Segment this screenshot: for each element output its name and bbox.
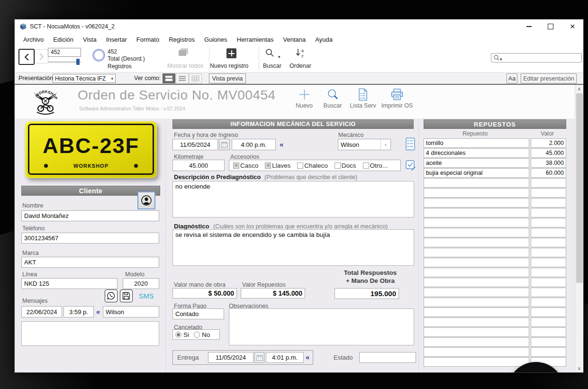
record-number-input[interactable]: 452: [48, 48, 81, 57]
part-name-field[interactable]: [424, 308, 529, 317]
menu-registros[interactable]: Registros: [164, 36, 199, 43]
save-message-button[interactable]: [120, 289, 133, 302]
found-set-pie-icon[interactable]: [92, 49, 105, 62]
quick-search-input[interactable]: [503, 54, 579, 62]
part-name-field[interactable]: [424, 228, 529, 237]
accessory-chaleco[interactable]: Chaleco: [297, 162, 328, 169]
whatsapp-button[interactable]: [105, 289, 118, 302]
ingreso-calendar-button[interactable]: [219, 139, 230, 150]
accessory-casco[interactable]: ✕Casco: [233, 162, 258, 169]
part-value-field[interactable]: [531, 288, 566, 297]
part-value-field[interactable]: [531, 268, 566, 277]
nombre-field[interactable]: David Montañez: [21, 210, 159, 221]
menu-guiones[interactable]: Guiones: [199, 36, 232, 43]
part-value-field[interactable]: 45.000: [531, 148, 566, 158]
minimize-button[interactable]: [518, 19, 540, 34]
entrega-hora-field[interactable]: 4:01 p.m.: [266, 352, 304, 363]
part-name-field[interactable]: aceite: [424, 158, 529, 168]
part-value-field[interactable]: [531, 317, 566, 327]
scrollbar-thumb[interactable]: [576, 93, 583, 283]
part-name-field[interactable]: [424, 218, 529, 227]
scroll-up-button[interactable]: ∧: [575, 85, 583, 93]
print-order-button[interactable]: Imprimir OS: [382, 88, 412, 115]
sms-button[interactable]: SMS: [139, 292, 154, 300]
scroll-down-button[interactable]: ∨: [575, 364, 583, 372]
part-value-field[interactable]: [531, 337, 566, 347]
part-name-field[interactable]: [424, 268, 529, 277]
part-value-field[interactable]: 60.000: [531, 168, 566, 178]
part-name-field[interactable]: [424, 208, 529, 217]
layout-selector[interactable]: Historia Técnica IFZ ▾: [53, 74, 116, 83]
insert-timestamp-chevron[interactable]: «: [96, 308, 100, 316]
mecanico-dropdown[interactable]: Wilson ▾: [338, 139, 391, 150]
part-value-field[interactable]: [531, 218, 566, 227]
mensaje-texto-field[interactable]: [21, 321, 159, 346]
part-value-field[interactable]: 2.000: [531, 138, 566, 148]
menu-herramientas[interactable]: Herramientas: [232, 36, 279, 43]
observaciones-field[interactable]: [229, 308, 414, 345]
part-value-field[interactable]: [531, 278, 566, 287]
part-name-field[interactable]: [424, 347, 529, 357]
formatting-bar-button[interactable]: Aa: [507, 73, 517, 83]
new-record-button[interactable]: Nuevo registro: [210, 63, 248, 69]
record-slider-thumb[interactable]: [76, 59, 80, 65]
part-name-field[interactable]: [424, 357, 529, 367]
modelo-field[interactable]: 2020: [123, 278, 159, 289]
new-order-button[interactable]: Nuevo: [289, 88, 319, 115]
table-view-button[interactable]: [189, 73, 202, 83]
part-value-field[interactable]: [531, 248, 566, 257]
mensaje-hora-field[interactable]: 3:59 p.: [63, 306, 94, 317]
accessory-llaves[interactable]: ✕Llaves: [265, 162, 290, 169]
show-all-button[interactable]: Mostrar todos: [167, 63, 203, 69]
part-name-field[interactable]: [424, 278, 529, 287]
quick-search-box[interactable]: ▾: [491, 53, 582, 63]
accessory-docs[interactable]: Docs: [335, 162, 356, 169]
part-name-field[interactable]: [424, 198, 529, 208]
vertical-scrollbar[interactable]: ∧ ∨: [575, 85, 583, 372]
edit-layout-button[interactable]: Editar presentación: [521, 73, 577, 83]
part-name-field[interactable]: [424, 178, 529, 188]
list-view-button[interactable]: [176, 73, 189, 83]
menu-edicion[interactable]: Edición: [48, 36, 78, 43]
part-name-field[interactable]: [424, 298, 529, 307]
checklist-button[interactable]: [405, 159, 416, 173]
menu-ayuda[interactable]: Ayuda: [310, 36, 337, 43]
service-list-button[interactable]: Lista Serv: [348, 88, 378, 115]
accessory-otro[interactable]: Otro...: [363, 162, 388, 169]
part-name-field[interactable]: [424, 238, 529, 247]
sort-button[interactable]: Ordenar: [289, 63, 311, 69]
find-order-button[interactable]: Buscar: [318, 88, 347, 115]
part-name-field[interactable]: tornillo: [424, 138, 529, 148]
part-name-field[interactable]: bujia especial original: [424, 168, 529, 178]
linea-field[interactable]: NKD 125: [21, 278, 118, 289]
part-value-field[interactable]: 38.000: [531, 158, 566, 168]
forma-pago-field[interactable]: Contado: [172, 308, 224, 319]
part-name-field[interactable]: [424, 337, 529, 347]
marca-field[interactable]: AKT: [21, 257, 159, 268]
part-value-field[interactable]: [531, 347, 566, 357]
back-record-button[interactable]: [18, 49, 35, 65]
part-value-field[interactable]: [531, 327, 566, 337]
part-value-field[interactable]: [531, 258, 566, 267]
total-field[interactable]: 195.000: [335, 288, 399, 299]
insert-timestamp-chevron[interactable]: «: [306, 353, 309, 361]
descripcion-field[interactable]: no enciende: [172, 181, 414, 217]
client-profile-button[interactable]: [137, 191, 155, 209]
ingreso-fecha-field[interactable]: 11/05/2024: [172, 139, 218, 150]
part-value-field[interactable]: [531, 308, 566, 317]
mensaje-por-field[interactable]: Wilson: [103, 306, 159, 317]
entrega-calendar-button[interactable]: [254, 352, 264, 363]
part-name-field[interactable]: [424, 288, 529, 297]
radio-si[interactable]: [175, 332, 181, 338]
radio-no[interactable]: [194, 332, 200, 338]
entrega-fecha-field[interactable]: 11/05/2024: [208, 352, 253, 363]
part-name-field[interactable]: [424, 258, 529, 267]
menu-ventana[interactable]: Ventana: [279, 36, 311, 43]
mensaje-fecha-field[interactable]: 22/06/2024: [21, 306, 62, 317]
find-button[interactable]: Buscar: [263, 63, 281, 69]
part-name-field[interactable]: [424, 248, 529, 257]
part-name-field[interactable]: [424, 188, 529, 198]
part-value-field[interactable]: [531, 188, 566, 198]
menu-archivo[interactable]: Archivo: [18, 36, 48, 43]
mano-obra-field[interactable]: $ 50.000: [172, 288, 237, 299]
